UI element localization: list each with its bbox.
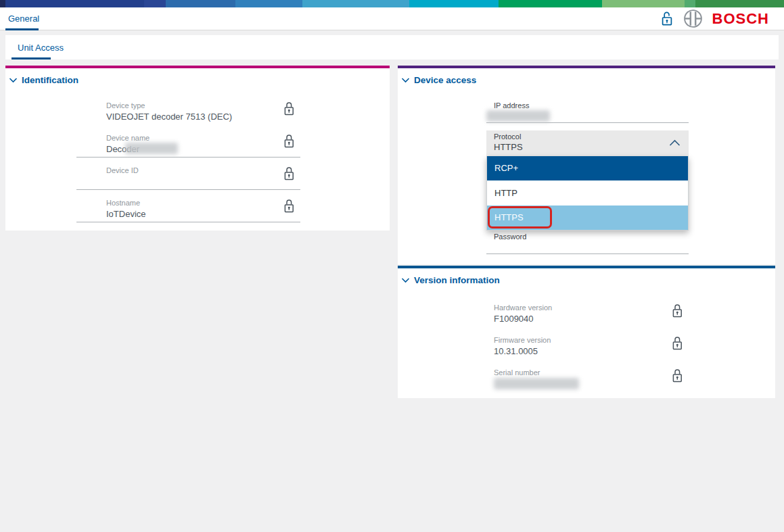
locked-padlock-icon [671,303,684,318]
sub-tabbar: Unit Access [5,35,779,59]
section-title: Identification [22,75,78,85]
field-label: Hardware version [486,302,689,312]
chevron-down-icon [401,77,410,83]
bosch-supergraphic-stripe [0,0,784,7]
section-header-version-information[interactable]: Version information [401,275,500,285]
annotation-highlight-box [488,206,552,228]
field-label: Password [486,231,689,241]
field-hardware-version: Hardware version F1009040 [486,302,689,327]
locked-padlock-icon [283,101,296,116]
field-password[interactable]: Password [486,231,689,254]
field-device-id[interactable]: Device ID [76,165,300,190]
locked-padlock-icon [671,335,684,351]
locked-padlock-icon [671,368,684,383]
panel-identification: Identification Device type VIDEOJET deco… [5,66,390,231]
redacted-value [486,110,550,122]
bosch-anchor-logo-icon [683,9,703,28]
secure-connection-lock-icon[interactable] [660,10,674,27]
select-value: HTTPS [486,142,689,152]
field-hostname[interactable]: Hostname IoTDevice [76,197,300,222]
section-title: Device access [414,75,476,85]
tab-unit-access-label: Unit Access [18,43,64,53]
field-serial-number: Serial number [486,367,689,392]
section-header-identification[interactable]: Identification [9,75,78,85]
field-value: 10.31.0005 [486,346,689,356]
header-right-cluster: BOSCH [660,7,769,30]
select-label: Protocol [486,130,689,141]
dropdown-option-https[interactable]: HTTPS [487,205,688,230]
field-label: Serial number [486,367,689,377]
chevron-up-icon [669,139,681,147]
field-label: Firmware version [486,335,689,344]
chevron-down-icon [401,277,410,283]
field-label: IP address [486,100,689,110]
app-header: General BOSCH [0,7,784,30]
field-firmware-version: Firmware version 10.31.0005 [486,335,689,360]
redacted-value [494,378,579,389]
protocol-dropdown-list: RCP+ HTTP HTTPS [486,156,689,231]
field-label: Device type [76,100,300,110]
active-tab-underline [5,28,39,30]
locked-padlock-icon [283,198,296,214]
panel-version-information: Version information Hardware version F10… [398,266,775,398]
locked-padlock-icon [283,133,296,149]
dropdown-option-rcp[interactable]: RCP+ [487,156,688,180]
field-label: Hostname [76,197,300,207]
bosch-wordmark: BOSCH [712,7,769,30]
panel-device-access: Device access IP address Protocol HTTPS … [398,66,775,264]
section-title: Version information [414,275,500,285]
field-ip-address[interactable]: IP address [486,100,689,123]
tab-general[interactable]: General [5,7,42,30]
field-value: VIDEOJET decoder 7513 (DEC) [76,112,300,122]
field-device-type: Device type VIDEOJET decoder 7513 (DEC) [76,100,300,125]
field-value: F1009040 [486,314,689,324]
tab-unit-access[interactable]: Unit Access [11,35,70,59]
redacted-value [125,143,178,154]
locked-padlock-icon [283,166,296,181]
field-value: Decoder [76,144,300,154]
tab-general-label: General [8,14,39,24]
field-label: Device name [76,132,300,142]
chevron-down-icon [9,77,18,83]
field-device-name[interactable]: Device name Decoder [76,132,300,158]
field-value: IoTDevice [76,209,300,219]
dropdown-option-http[interactable]: HTTP [487,180,688,205]
section-header-device-access[interactable]: Device access [401,75,476,85]
active-subtab-underline [11,57,51,59]
field-label: Device ID [76,165,300,174]
protocol-select[interactable]: Protocol HTTPS [486,130,689,156]
